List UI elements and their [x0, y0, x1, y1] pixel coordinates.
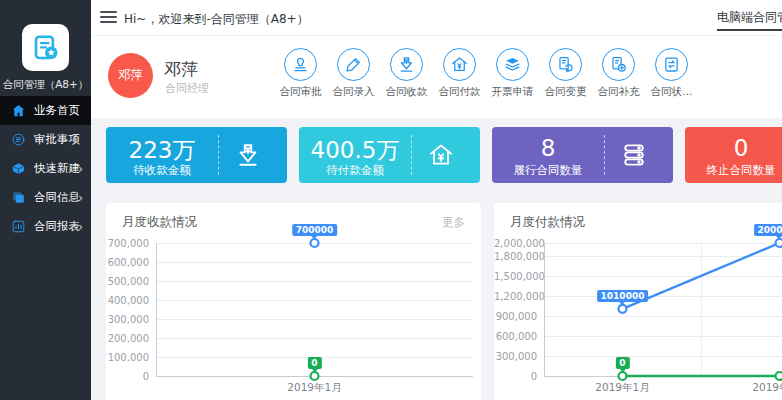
performing-card[interactable]: 8 履行合同数量: [492, 127, 673, 183]
point-label-badge: 2000000: [754, 224, 782, 236]
pc-contract-tab[interactable]: 电脑端合同管理: [717, 5, 782, 31]
sidebar-item-approval-items[interactable]: 审批事项: [0, 125, 91, 154]
stamp-icon: [284, 48, 317, 81]
quick-action-invoice-request[interactable]: 开票申请: [486, 48, 539, 99]
data-point: [776, 239, 782, 247]
sidebar-item-label: 合同信息: [34, 190, 80, 205]
contract-doc-star-icon: [31, 33, 61, 63]
header-strip: 邓萍 邓萍 合同经理 合同审批 合同录入 合同收款 合同付款 开票申请 合同变更…: [91, 36, 782, 118]
house-pay-icon: [427, 141, 455, 169]
quick-action-label: 合同补充: [598, 85, 640, 99]
sidebar-item-business-home[interactable]: 业务首页: [0, 96, 91, 125]
point-label-badge: 700000: [292, 224, 338, 236]
user-name: 邓萍: [164, 58, 198, 81]
chart-icon: [11, 219, 26, 234]
quick-action-contract-payment[interactable]: 合同付款: [433, 48, 486, 99]
sidebar-item-contract-report[interactable]: 合同报表 ›: [0, 212, 91, 241]
doc-refresh-icon: [549, 48, 582, 81]
sidebar-menu: 业务首页 审批事项 快速新建 › 合同信息 › 合同报表 ›: [0, 96, 91, 241]
terminated-card[interactable]: 0 终止合同数量: [685, 127, 782, 183]
quick-action-contract-entry[interactable]: 合同录入: [327, 48, 380, 99]
quick-action-contract-collection[interactable]: 合同收款: [380, 48, 433, 99]
hamburger-menu-icon[interactable]: [100, 11, 117, 24]
stat-value: 400.5万: [299, 135, 411, 166]
quick-action-contract-status[interactable]: 合同状…: [645, 48, 698, 99]
chevron-right-icon: ›: [78, 220, 83, 234]
quick-action-label: 合同付款: [439, 85, 481, 99]
topbar: Hi~，欢迎来到-合同管理（A8+） 电脑端合同管理: [91, 0, 782, 36]
copy-icon: [11, 190, 26, 205]
sidebar-item-label: 审批事项: [34, 132, 80, 147]
chart-card-receipts: 月度收款情况更多0100,000200,000300,000400,000500…: [106, 203, 481, 400]
quick-action-label: 开票申请: [492, 85, 534, 99]
main-content: 邓萍 邓萍 合同经理 合同审批 合同录入 合同收款 合同付款 开票申请 合同变更…: [91, 36, 782, 400]
welcome-text: Hi~，欢迎来到-合同管理（A8+）: [124, 11, 309, 28]
data-point: [619, 372, 627, 380]
stat-value: 223万: [106, 135, 218, 166]
data-point: [311, 239, 319, 247]
quick-action-label: 合同收款: [386, 85, 428, 99]
doc-plus-icon: [602, 48, 635, 81]
stat-label: 履行合同数量: [492, 163, 604, 178]
quick-action-label: 合同变更: [545, 85, 587, 99]
house-pay-icon: [443, 48, 476, 81]
dashed-divider: [604, 135, 605, 175]
chevron-right-icon: ›: [78, 191, 83, 205]
sidebar-item-label: 业务首页: [34, 103, 80, 118]
collect-icon: [390, 48, 423, 81]
pencil-icon: [337, 48, 370, 81]
point-label-badge: 0: [307, 357, 321, 369]
avatar: 邓萍: [108, 53, 153, 98]
sidebar-item-contract-info[interactable]: 合同信息 ›: [0, 183, 91, 212]
stat-label: 终止合同数量: [685, 163, 782, 178]
layers-icon: [496, 48, 529, 81]
dashed-divider: [218, 135, 219, 175]
data-point: [776, 372, 782, 380]
sidebar-item-label: 快速新建: [34, 161, 80, 176]
collect-icon: [234, 141, 262, 169]
sidebar-item-quick-create[interactable]: 快速新建 ›: [0, 154, 91, 183]
data-point: [311, 372, 319, 380]
point-label-badge: 0: [615, 357, 629, 369]
app-title: 合同管理（A8+）: [0, 78, 91, 92]
contract-dashboard-screen: 合同管理（A8+） 业务首页 审批事项 快速新建 › 合同信息 › 合同报表: [0, 0, 782, 400]
dashed-divider: [411, 135, 412, 175]
server-icon: [620, 141, 648, 169]
sidebar-item-label: 合同报表: [34, 219, 80, 234]
chevron-right-icon: ›: [78, 162, 83, 176]
app-logo: [22, 24, 69, 71]
quick-actions-row: 合同审批 合同录入 合同收款 合同付款 开票申请 合同变更 合同补充 合同状…: [274, 48, 698, 99]
point-label-badge: 1010000: [597, 290, 649, 302]
quick-action-label: 合同状…: [651, 85, 693, 99]
sidebar: 合同管理（A8+） 业务首页 审批事项 快速新建 › 合同信息 › 合同报表: [0, 0, 91, 400]
approval-icon: [11, 132, 26, 147]
stat-value: 0: [685, 135, 782, 161]
cube-icon: [11, 161, 26, 176]
payable-card[interactable]: 400.5万 待付款金额: [299, 127, 480, 183]
home-icon: [11, 103, 26, 118]
quick-action-contract-change[interactable]: 合同变更: [539, 48, 592, 99]
receivable-card[interactable]: 223万 待收款金额: [106, 127, 287, 183]
stat-value: 8: [492, 135, 604, 161]
quick-action-contract-supplement[interactable]: 合同补充: [592, 48, 645, 99]
quick-action-contract-approval[interactable]: 合同审批: [274, 48, 327, 99]
quick-action-label: 合同审批: [280, 85, 322, 99]
doc-arrows-icon: [655, 48, 688, 81]
stat-label: 待付款金额: [299, 163, 411, 178]
chart-card-payments: 月度付款情况0300,000600,000900,0001,200,0001,5…: [494, 203, 782, 400]
quick-action-label: 合同录入: [333, 85, 375, 99]
stat-label: 待收款金额: [106, 163, 218, 178]
user-role: 合同经理: [165, 81, 209, 96]
data-point: [619, 305, 627, 313]
